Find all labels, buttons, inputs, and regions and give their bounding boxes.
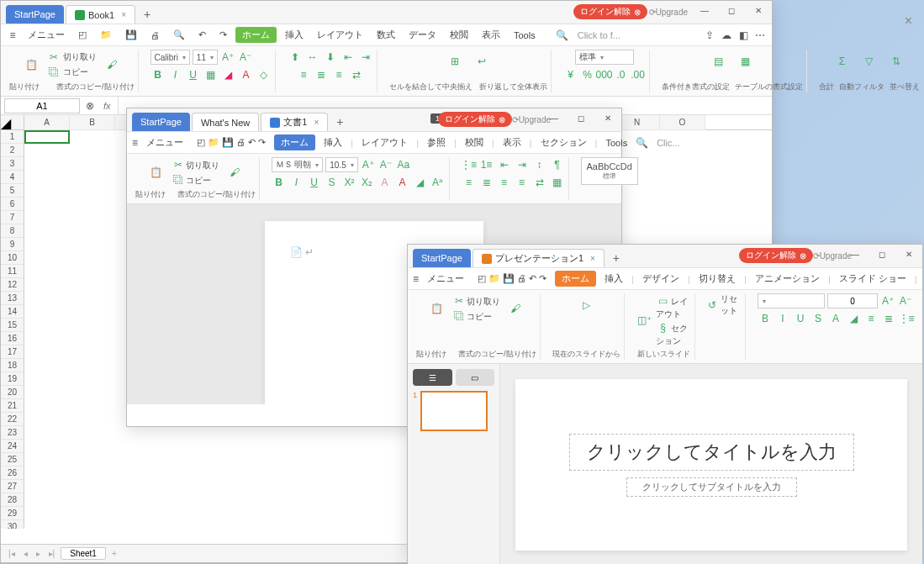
copy-icon[interactable]: ⿻	[171, 172, 186, 187]
login-pill[interactable]: ログイン解除⊗	[573, 4, 647, 19]
thumbnail-toggle[interactable]: ▭	[456, 369, 495, 386]
row-header[interactable]: 2	[1, 144, 24, 157]
maximize-button[interactable]: ◻	[568, 108, 594, 127]
format-painter-icon[interactable]: 🖌	[223, 161, 246, 184]
more-icon[interactable]: ⋯	[753, 29, 767, 42]
close-button[interactable]: ✕	[895, 245, 922, 263]
qat-preview-icon[interactable]: 🔍	[168, 28, 190, 42]
tab-insert[interactable]: 挿入	[599, 271, 628, 287]
table-format-icon[interactable]: ▦	[734, 50, 758, 73]
tab-layout[interactable]: レイアウト	[312, 27, 368, 43]
align-top-icon[interactable]: ⬆	[288, 50, 303, 65]
font-color-icon[interactable]: A	[239, 67, 254, 82]
indent-dec-icon[interactable]: ⇤	[341, 50, 356, 65]
tab-view[interactable]: 表示	[477, 27, 505, 43]
new-slide-icon[interactable]: ◫⁺	[636, 308, 652, 332]
size-select[interactable]: 10.5▾	[325, 157, 357, 172]
percent-icon[interactable]: %	[580, 67, 595, 82]
close-icon[interactable]: ×	[121, 10, 126, 19]
sheet-next-icon[interactable]: ▸	[34, 549, 43, 558]
fx-cancel-icon[interactable]: ⊗	[83, 99, 97, 113]
cut-icon[interactable]: ✂	[171, 157, 186, 172]
tab-design[interactable]: デザイン	[637, 271, 684, 287]
row-header[interactable]: 5	[1, 184, 24, 198]
tab-formula[interactable]: 数式	[372, 27, 400, 43]
ss-tab-book1[interactable]: Book1 ×	[66, 5, 135, 24]
tab-review[interactable]: 校閲	[445, 27, 473, 43]
paste-icon[interactable]: 📋	[19, 53, 43, 76]
from-current-icon[interactable]: ▷	[574, 293, 598, 317]
wr-tab-whatsnew[interactable]: What's New	[192, 113, 259, 131]
tab-home[interactable]: ホーム	[274, 134, 315, 150]
tab-tools[interactable]: Tools	[509, 29, 541, 42]
menu-button[interactable]: メニュー	[23, 27, 70, 43]
close-button[interactable]: ×	[905, 10, 912, 32]
close-button[interactable]: ✕	[745, 1, 772, 19]
tab-ref[interactable]: 参照	[422, 134, 451, 150]
minimize-button[interactable]: —	[691, 1, 718, 19]
tab-layout[interactable]: レイアウト	[356, 134, 413, 150]
clear-format-icon[interactable]: ◇	[256, 67, 272, 82]
menu-button[interactable]: メニュー	[141, 134, 188, 150]
row-header[interactable]: 25	[1, 453, 24, 466]
border-icon[interactable]: ▦	[203, 67, 219, 82]
sheet-prev-icon[interactable]: ◂	[21, 549, 30, 558]
select-all-corner[interactable]: ◢	[1, 115, 24, 130]
qat-print-icon[interactable]: 🖨	[145, 29, 165, 42]
paste-icon[interactable]: 📋	[425, 297, 448, 320]
pr-tab-doc[interactable]: プレゼンテーション1 ×	[473, 249, 605, 267]
sheet-first-icon[interactable]: |◂	[6, 549, 18, 558]
currency-icon[interactable]: ¥	[563, 67, 578, 82]
minimize-button[interactable]: —	[842, 245, 869, 263]
number-format-select[interactable]: 標準▾	[575, 50, 634, 65]
maximize-button[interactable]: ◻	[718, 1, 745, 19]
tab-insert[interactable]: 挿入	[280, 27, 309, 43]
row-header[interactable]: 10	[1, 251, 24, 265]
qat-save-icon[interactable]: 💾	[120, 28, 142, 42]
cloud-icon[interactable]: ☁	[720, 29, 733, 42]
slide-editor[interactable]: クリックしてタイトルを入力 クリックしてサブタイトルを入力	[500, 364, 922, 564]
qat-redo-icon[interactable]: ↷	[214, 28, 232, 42]
cond-format-icon[interactable]: ▤	[707, 50, 731, 73]
row-header[interactable]: 9	[1, 238, 24, 251]
wrap-icon[interactable]: ↩	[470, 50, 494, 73]
font-select[interactable]: ▾	[758, 293, 825, 308]
row-header[interactable]: 7	[1, 211, 24, 224]
col-header[interactable]: O	[660, 115, 705, 130]
reset-icon[interactable]: ↺	[707, 298, 717, 313]
sheet-tab[interactable]: Sheet1	[61, 547, 106, 560]
new-tab-button[interactable]: +	[330, 113, 350, 131]
wr-tab-startpage[interactable]: StartPage	[132, 113, 190, 131]
paste-icon[interactable]: 📋	[144, 161, 167, 184]
font-select[interactable]: Calibri▾	[150, 50, 190, 65]
close-button[interactable]: ✕	[594, 108, 621, 127]
size-input[interactable]	[827, 293, 878, 308]
font-select[interactable]: ＭＳ 明朝▾	[272, 157, 324, 172]
row-header[interactable]: 3	[1, 157, 24, 171]
pr-tab-startpage[interactable]: StartPage	[413, 249, 471, 267]
row-header[interactable]: 14	[1, 305, 24, 319]
grow-font-icon[interactable]: A⁺	[220, 50, 235, 65]
row-header[interactable]: 24	[1, 440, 24, 453]
underline-icon[interactable]: U	[186, 67, 201, 82]
inc-dec-icon[interactable]: .0	[614, 67, 629, 82]
tab-insert[interactable]: 挿入	[319, 134, 347, 150]
cut-icon[interactable]: ✂	[451, 293, 467, 308]
copy-icon[interactable]: ⿻	[46, 65, 61, 80]
tab-section[interactable]: セクション	[536, 134, 592, 150]
row-header[interactable]: 18	[1, 359, 24, 372]
row-header[interactable]: 11	[1, 265, 24, 278]
minimize-button[interactable]: —	[541, 108, 568, 127]
sort-icon[interactable]: ⇅	[884, 50, 908, 73]
new-tab-button[interactable]: +	[606, 249, 626, 267]
tab-home[interactable]: ホーム	[555, 271, 596, 287]
row-headers[interactable]: 1234567891011121314151617181920212223242…	[1, 130, 24, 529]
subtitle-placeholder[interactable]: クリックしてサブタイトルを入力	[626, 477, 797, 497]
dec-dec-icon[interactable]: .00	[631, 67, 646, 82]
search-field[interactable]: Clic...	[652, 136, 685, 150]
upgrade-link[interactable]: ⟳ Upgrade	[642, 4, 694, 19]
row-header[interactable]: 8	[1, 224, 24, 238]
row-header[interactable]: 21	[1, 399, 24, 413]
tab-data[interactable]: データ	[404, 27, 441, 43]
col-header[interactable]: A	[24, 115, 70, 130]
